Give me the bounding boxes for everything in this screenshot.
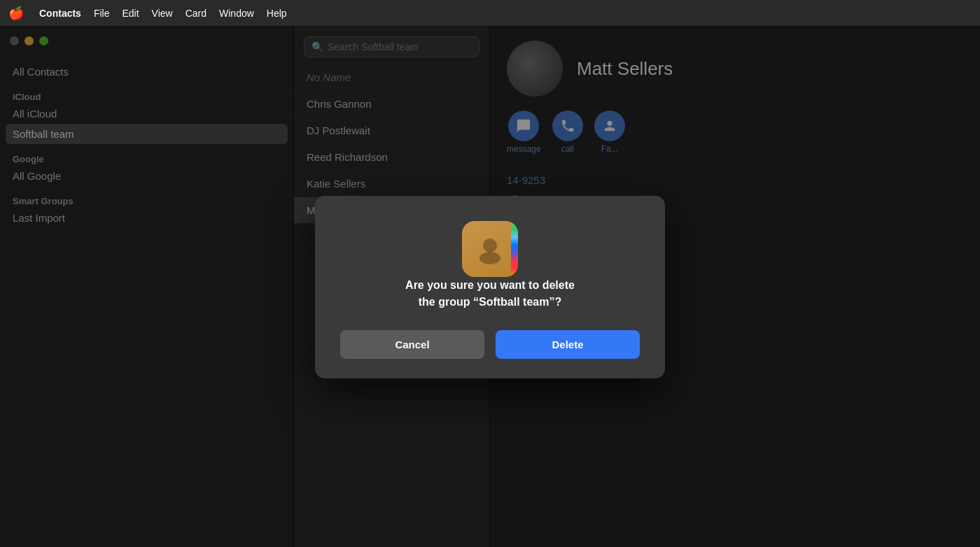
menu-window[interactable]: Window (219, 8, 254, 19)
modal-message-line1: Are you sure you want to delete (405, 279, 575, 291)
apple-menu[interactable]: 🍎 (8, 6, 24, 21)
menu-contacts[interactable]: Contacts (39, 8, 81, 19)
contacts-app-icon (462, 221, 518, 277)
menu-help[interactable]: Help (267, 8, 287, 19)
modal-overlay: Are you sure you want to delete the grou… (0, 27, 980, 547)
menu-view[interactable]: View (152, 8, 173, 19)
menubar: 🍎 Contacts File Edit View Card Window He… (0, 0, 980, 27)
menu-card[interactable]: Card (186, 8, 206, 19)
svg-point-1 (479, 252, 500, 264)
modal-dialog: Are you sure you want to delete the grou… (315, 196, 665, 378)
modal-message-line2: the group “Softball team”? (419, 296, 561, 308)
modal-message: Are you sure you want to delete the grou… (405, 277, 575, 311)
menu-file[interactable]: File (94, 8, 110, 19)
menu-edit[interactable]: Edit (122, 8, 139, 19)
cancel-button[interactable]: Cancel (340, 330, 484, 359)
delete-button[interactable]: Delete (496, 330, 640, 359)
app-window: All Contacts iCloud All iCloud Softball … (0, 27, 980, 547)
svg-point-0 (483, 239, 497, 253)
modal-buttons: Cancel Delete (340, 330, 640, 359)
